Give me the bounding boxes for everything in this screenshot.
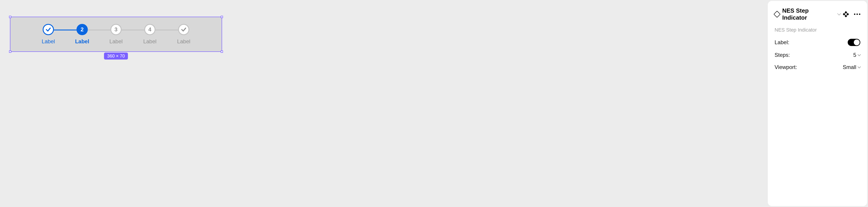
step-2-label: Label <box>75 38 89 45</box>
component-subtitle: NES Step Indicator <box>775 27 860 33</box>
resize-handle-top-left[interactable] <box>9 16 11 18</box>
panel-header-actions <box>844 12 860 16</box>
prop-row-viewport: Viewport: Small <box>775 64 860 70</box>
prop-row-steps: Steps: 5 <box>775 52 860 58</box>
step-5-circle <box>178 24 189 35</box>
step-5-label: Label <box>177 38 190 45</box>
selection-dimensions-badge: 360 × 70 <box>104 53 128 60</box>
component-title: NES Step Indicator <box>782 7 834 21</box>
step-2-circle: 2 <box>76 24 88 35</box>
design-canvas[interactable]: Label 2 Label 3 Label 4 Label <box>1 1 766 206</box>
step-1-circle <box>43 24 54 35</box>
resize-handle-top-right[interactable] <box>221 16 223 18</box>
step-4-circle: 4 <box>144 24 155 35</box>
resize-handle-bottom-left[interactable] <box>9 50 11 53</box>
chevron-down-icon <box>858 65 861 68</box>
step-4-label: Label <box>143 38 157 45</box>
viewport-select[interactable]: Small <box>843 64 860 70</box>
resize-handle-bottom-right[interactable] <box>221 50 223 53</box>
prop-name-viewport: Viewport: <box>775 64 797 70</box>
prop-row-label: Label: <box>775 39 860 46</box>
more-menu-icon[interactable] <box>854 13 860 15</box>
step-1-label: Label <box>42 38 55 45</box>
check-icon <box>181 27 187 32</box>
step-5: Label <box>167 24 200 45</box>
chevron-down-icon[interactable] <box>837 12 841 15</box>
step-2: 2 Label <box>65 24 99 45</box>
steps-value: 5 <box>853 52 856 58</box>
component-set-icon[interactable] <box>844 12 848 16</box>
check-icon <box>45 27 51 32</box>
steps-select[interactable]: 5 <box>853 52 860 58</box>
selected-frame[interactable]: Label 2 Label 3 Label 4 Label <box>10 17 222 52</box>
chevron-down-icon <box>858 53 861 56</box>
prop-name-steps: Steps: <box>775 52 790 58</box>
step-1: Label <box>31 24 65 45</box>
step-3-label: Label <box>110 38 123 45</box>
component-diamond-icon <box>773 10 780 18</box>
properties-panel: NES Step Indicator NES Step Indicator La… <box>768 1 867 206</box>
step-4: 4 Label <box>133 24 167 45</box>
label-toggle[interactable] <box>848 39 860 46</box>
toggle-knob <box>854 39 860 45</box>
step-3: 3 Label <box>99 24 133 45</box>
prop-name-label: Label: <box>775 39 789 45</box>
step-3-circle: 3 <box>111 24 122 35</box>
step-indicator: Label 2 Label 3 Label 4 Label <box>20 24 213 45</box>
app-root: Label 2 Label 3 Label 4 Label <box>1 1 867 206</box>
panel-header: NES Step Indicator <box>775 7 860 21</box>
viewport-value: Small <box>843 64 856 70</box>
